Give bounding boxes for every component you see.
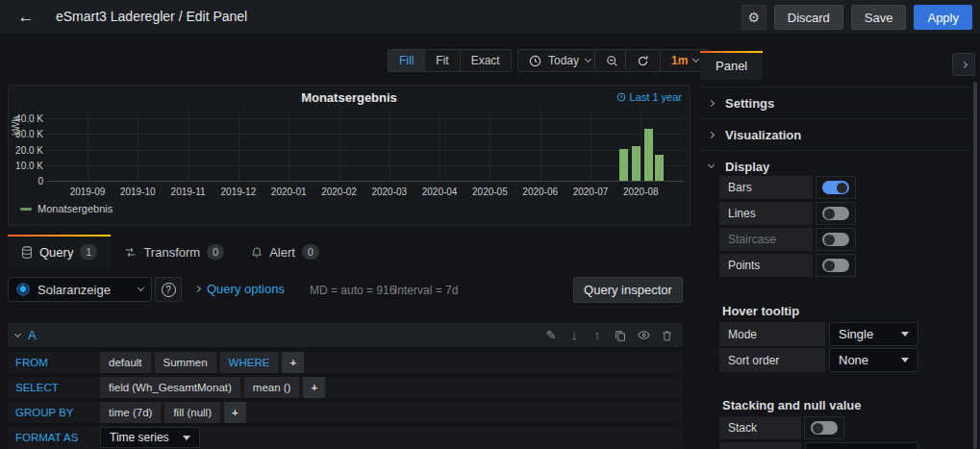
influxdb-logo-icon xyxy=(16,283,30,296)
x-gridline xyxy=(591,111,591,181)
add-condition-button[interactable]: + xyxy=(282,352,304,373)
panel-settings-button[interactable]: ⚙ xyxy=(741,5,766,30)
tab-transform[interactable]: Transform 0 xyxy=(111,235,238,269)
plot-area: 40.0 K30.0 K20.0 K10.0 K02019-092019-102… xyxy=(47,111,684,181)
groupby-fill-segment[interactable]: fill (null) xyxy=(164,402,220,423)
select-mean-segment[interactable]: mean () xyxy=(244,377,300,398)
display-toggle-row: Bars xyxy=(719,176,856,199)
size-mode-group: Fill Fit Exact xyxy=(388,49,512,72)
chevron-right-icon xyxy=(708,131,715,137)
x-gridline xyxy=(490,111,490,181)
move-down-icon[interactable]: ↓ xyxy=(567,328,581,342)
query-inspector-button[interactable]: Query inspector xyxy=(573,277,683,303)
chevron-down-icon xyxy=(585,56,591,62)
partial-select[interactable] xyxy=(805,442,918,449)
page-title: eSmart3 Laderegler / Edit Panel xyxy=(56,9,247,24)
chevron-down-icon xyxy=(692,56,699,62)
x-gridline xyxy=(289,111,289,181)
x-gridline xyxy=(239,111,239,181)
discard-label: Discard xyxy=(788,11,830,25)
tab-query[interactable]: Query 1 xyxy=(8,235,111,269)
select-field-segment[interactable]: field (Wh_GesamtMonat) xyxy=(100,377,240,398)
query-row-actions: ✎ ↓ ↑ xyxy=(544,323,673,347)
display-toggle-row: Staircase xyxy=(719,228,856,251)
tab-panel[interactable]: Panel xyxy=(700,51,763,80)
chevron-right-icon xyxy=(708,99,715,106)
tab-alert-count: 0 xyxy=(302,244,319,260)
apply-button[interactable]: Apply xyxy=(914,5,972,30)
stack-toggle[interactable] xyxy=(804,416,844,439)
legend-item[interactable]: Monatsergebnis xyxy=(20,203,113,214)
edit-pencil-icon[interactable]: ✎ xyxy=(544,328,558,342)
from-policy-segment[interactable]: default xyxy=(100,352,151,373)
trash-icon[interactable] xyxy=(660,330,673,341)
datasource-picker[interactable]: Solaranzeige xyxy=(8,277,152,302)
stack-toggle-row: Stack xyxy=(719,416,844,439)
points-toggle[interactable] xyxy=(816,254,856,277)
duplicate-icon[interactable] xyxy=(614,330,627,341)
legend-swatch xyxy=(20,208,32,211)
top-bar: ← eSmart3 Laderegler / Edit Panel ⚙ Disc… xyxy=(0,0,980,35)
query-format-row: FORMAT AS Time series xyxy=(8,427,683,448)
save-label: Save xyxy=(865,11,893,25)
stacking-heading: Stacking and null value xyxy=(722,398,861,412)
x-tick-label: 2020-01 xyxy=(260,187,317,197)
pane-scrollbar[interactable] xyxy=(973,82,977,449)
panel-time-badge[interactable]: Last 1 year xyxy=(616,91,682,103)
tab-transform-count: 0 xyxy=(207,244,224,260)
exact-mode-button[interactable]: Exact xyxy=(461,49,512,72)
chart-title: Monatsergebnis xyxy=(9,90,690,105)
lines-toggle[interactable] xyxy=(816,202,856,225)
back-button[interactable]: ← xyxy=(13,6,38,29)
fit-label: Fit xyxy=(436,54,448,67)
groupby-label: GROUP BY xyxy=(8,407,96,418)
staircase-toggle[interactable] xyxy=(816,228,856,251)
apply-label: Apply xyxy=(927,11,959,25)
x-gridline xyxy=(138,111,138,181)
time-range-picker[interactable]: Today xyxy=(517,49,602,72)
query-row-header[interactable]: A ✎ ↓ ↑ xyxy=(8,323,683,347)
fit-mode-button[interactable]: Fit xyxy=(425,49,460,72)
x-tick-label: 2019-12 xyxy=(210,187,267,197)
section-visualization[interactable]: Visualization xyxy=(700,118,971,150)
collapse-pane-button[interactable] xyxy=(952,53,975,76)
clock-icon xyxy=(529,55,541,67)
tooltip-mode-select[interactable]: Single xyxy=(829,322,918,346)
refresh-button[interactable] xyxy=(625,49,661,72)
caret-down-icon xyxy=(901,358,909,362)
tooltip-sort-select[interactable]: None xyxy=(829,348,918,372)
add-select-button[interactable]: + xyxy=(303,377,325,398)
back-arrow-icon: ← xyxy=(18,8,35,27)
bell-icon xyxy=(251,246,263,259)
from-measurement-segment[interactable]: Summen xyxy=(155,352,216,373)
format-as-value: Time series xyxy=(110,431,169,444)
y-gridline xyxy=(47,181,684,182)
option-row-partial xyxy=(719,442,918,449)
datasource-help-button[interactable]: ? xyxy=(155,277,182,302)
bars-toggle[interactable] xyxy=(816,176,856,199)
x-gridline xyxy=(88,111,88,181)
format-as-label: FORMAT AS xyxy=(8,432,96,443)
hover-tooltip-heading: Hover tooltip xyxy=(722,304,799,318)
datasource-name: Solaranzeige xyxy=(38,283,131,297)
y-tick-label: 0 xyxy=(5,176,43,187)
move-up-icon[interactable]: ↑ xyxy=(591,328,604,342)
groupby-time-segment[interactable]: time (7d) xyxy=(100,402,161,423)
x-tick-label: 2019-09 xyxy=(59,187,116,197)
discard-button[interactable]: Discard xyxy=(774,5,843,30)
tooltip-mode-row: Mode Single xyxy=(719,322,918,346)
where-keyword-segment[interactable]: WHERE xyxy=(220,352,279,373)
eye-icon[interactable] xyxy=(637,330,650,340)
tab-alert[interactable]: Alert 0 xyxy=(238,235,333,269)
x-tick-label: 2020-06 xyxy=(512,187,569,197)
editor-tabs: Query 1 Transform 0 Alert 0 xyxy=(0,235,695,269)
fill-mode-button[interactable]: Fill xyxy=(388,49,425,72)
clock-icon xyxy=(616,92,626,102)
query-ref-id: A xyxy=(28,328,37,342)
refresh-interval-label: 1m xyxy=(671,54,688,67)
save-button[interactable]: Save xyxy=(851,5,907,30)
add-groupby-button[interactable]: + xyxy=(224,402,246,423)
format-as-select[interactable]: Time series xyxy=(100,427,200,448)
section-settings[interactable]: Settings xyxy=(700,87,971,118)
query-options-toggle[interactable]: Query options xyxy=(207,282,285,296)
